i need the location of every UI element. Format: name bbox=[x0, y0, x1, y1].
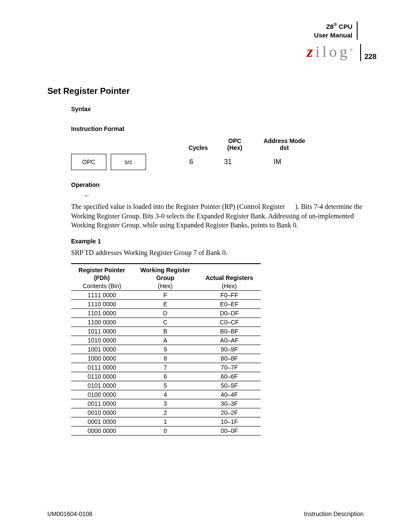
table-cell: 10–1F bbox=[198, 417, 261, 426]
table-row: 0110 0000660–6F bbox=[71, 372, 261, 381]
instr-format-heading: Instruction Format bbox=[71, 125, 377, 132]
operation-paragraph: The specified value is loaded into the R… bbox=[71, 202, 377, 230]
table-cell: D bbox=[133, 309, 198, 318]
table-cell: F bbox=[133, 291, 198, 300]
addr-mode-value: IM bbox=[245, 158, 310, 166]
opc-box: OPC bbox=[71, 154, 106, 170]
table-cell: 2 bbox=[133, 408, 198, 417]
table-row: 0000 0000000–0F bbox=[71, 426, 261, 436]
page-content: Set Register Pointer Syntax Instruction … bbox=[47, 86, 377, 436]
table-cell: 40–4F bbox=[198, 390, 261, 399]
table-row: 0100 0000440–4F bbox=[71, 390, 261, 399]
table-cell: 6 bbox=[133, 372, 198, 381]
logo-z: z bbox=[307, 43, 315, 60]
table-row: 1100 0000CC0–CF bbox=[71, 318, 261, 327]
table-cell: 0011 0000 bbox=[71, 399, 133, 408]
table-cell: 1100 0000 bbox=[71, 318, 133, 327]
zilog-logo: zilog® bbox=[307, 44, 361, 61]
table-cell: 1 bbox=[133, 417, 198, 426]
doc-title-block: Z8® CPU User Manual bbox=[314, 22, 358, 40]
table-cell: 0110 0000 bbox=[71, 372, 133, 381]
table-cell: 3 bbox=[133, 399, 198, 408]
instr-header-row: Cycles OPC (Hex) Address Mode dst bbox=[71, 137, 377, 151]
table-cell: B bbox=[133, 327, 198, 336]
table-cell: 7 bbox=[133, 363, 198, 372]
table-cell: 90–9F bbox=[198, 345, 261, 354]
instr-value-row: OPC src 6 31 IM bbox=[71, 154, 377, 170]
table-cell: 9 bbox=[133, 345, 198, 354]
table-cell: 0001 0000 bbox=[71, 417, 133, 426]
table-cell: 50–5F bbox=[198, 381, 261, 390]
subhdr-hex2: (Hex) bbox=[198, 282, 261, 291]
table-cell: 0100 0000 bbox=[71, 390, 133, 399]
col-cycles-header: Cycles bbox=[179, 144, 218, 151]
table-cell: 1001 0000 bbox=[71, 345, 133, 354]
table-cell: A bbox=[133, 336, 198, 345]
table-row: 1111 0000FF0–FF bbox=[71, 291, 261, 300]
example1-text: SRP TD addresses Working Register Group … bbox=[71, 248, 377, 258]
table-cell: 4 bbox=[133, 390, 198, 399]
col-opc-header: OPC (Hex) bbox=[218, 137, 252, 151]
section-title: Set Register Pointer bbox=[47, 86, 377, 96]
page-number: 228 bbox=[361, 53, 377, 61]
table-row: 0111 0000770–7F bbox=[71, 363, 261, 372]
table-row: 0001 0000110–1F bbox=[71, 417, 261, 426]
footer-section: Instruction Description bbox=[304, 510, 364, 517]
table-cell: 0010 0000 bbox=[71, 408, 133, 417]
table-row: 0010 0000220–2F bbox=[71, 408, 261, 417]
table-row: 1010 0000AA0–AF bbox=[71, 336, 261, 345]
table-cell: 8 bbox=[133, 354, 198, 363]
table-cell: F0–FF bbox=[198, 291, 261, 300]
table-row: 1001 0000990–9F bbox=[71, 345, 261, 354]
table-cell: 1110 0000 bbox=[71, 300, 133, 309]
table-row: 1011 0000BB0–BF bbox=[71, 327, 261, 336]
table-cell: 0000 0000 bbox=[71, 426, 133, 436]
cpu-label: CPU bbox=[339, 23, 352, 30]
src-box: src bbox=[111, 154, 146, 170]
table-row: 1101 0000DD0–DF bbox=[71, 309, 261, 318]
table-cell: 60–6F bbox=[198, 372, 261, 381]
th-working-group: Working RegisterGroup bbox=[133, 264, 198, 282]
doc-subtitle: User Manual bbox=[314, 31, 352, 40]
table-cell: 1000 0000 bbox=[71, 354, 133, 363]
footer-docid: UM001604-0108 bbox=[47, 510, 92, 517]
table-cell: 00–0F bbox=[198, 426, 261, 436]
opc-value: 31 bbox=[211, 158, 245, 166]
operation-heading: Operation bbox=[71, 181, 377, 188]
table-cell: 1101 0000 bbox=[71, 309, 133, 318]
table-cell: 80–8F bbox=[198, 354, 261, 363]
th-reg-pointer: Register Pointer(FDh) bbox=[71, 264, 133, 282]
table-row: 0011 0000330–3F bbox=[71, 399, 261, 408]
register-table: Register Pointer(FDh) Working RegisterGr… bbox=[71, 263, 261, 436]
product-name: Z8 bbox=[326, 23, 334, 30]
logo-rest: ilog bbox=[315, 43, 350, 60]
table-cell: 0101 0000 bbox=[71, 381, 133, 390]
table-cell: 20–2F bbox=[198, 408, 261, 417]
page-header: Z8® CPU User Manual zilog® 228 bbox=[47, 22, 377, 69]
reg-mark: ® bbox=[333, 22, 337, 27]
table-cell: 0 bbox=[133, 426, 198, 436]
table-cell: E bbox=[133, 300, 198, 309]
example1-heading: Example 1 bbox=[71, 238, 377, 245]
table-cell: 0111 0000 bbox=[71, 363, 133, 372]
table-cell: E0–EF bbox=[198, 300, 261, 309]
table-cell: 1011 0000 bbox=[71, 327, 133, 336]
table-cell: D0–DF bbox=[198, 309, 261, 318]
table-cell: 70–7F bbox=[198, 363, 261, 372]
table-row: 1110 0000EE0–EF bbox=[71, 300, 261, 309]
subhdr-contents: Contents (Bin) bbox=[71, 282, 133, 291]
page-footer: UM001604-0108 Instruction Description bbox=[47, 510, 364, 517]
table-cell: C0–CF bbox=[198, 318, 261, 327]
col-addr-header: Address Mode dst bbox=[252, 137, 317, 151]
table-row: 1000 0000880–8F bbox=[71, 354, 261, 363]
table-cell: 5 bbox=[133, 381, 198, 390]
table-subheader-row: Contents (Bin) (Hex) (Hex) bbox=[71, 282, 261, 291]
operation-arrow: ← bbox=[84, 192, 377, 199]
table-cell: 1111 0000 bbox=[71, 291, 133, 300]
subhdr-hex1: (Hex) bbox=[133, 282, 198, 291]
table-cell: A0–AF bbox=[198, 336, 261, 345]
th-actual-registers: Actual Registers bbox=[198, 264, 261, 282]
table-cell: 30–3F bbox=[198, 399, 261, 408]
table-cell: C bbox=[133, 318, 198, 327]
table-row: 0101 0000550–5F bbox=[71, 381, 261, 390]
